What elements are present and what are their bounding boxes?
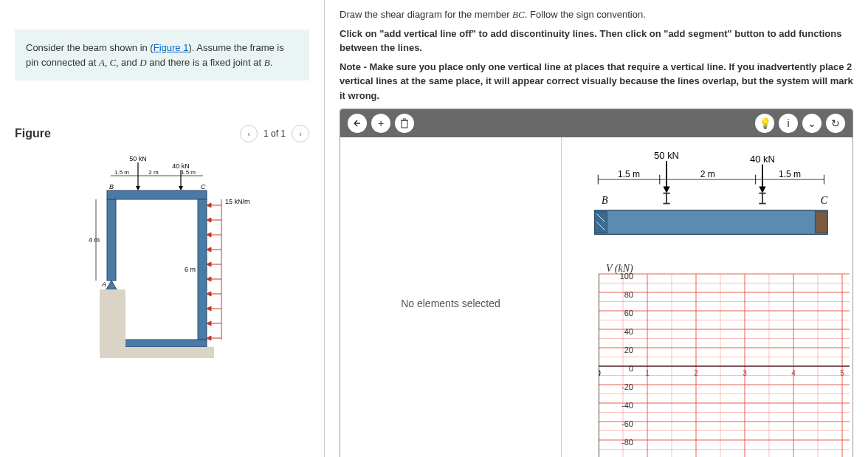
plot-area[interactable]: V (kN) x (m 100 80 60 40 20 0 -20 -40 -6… (599, 263, 852, 457)
svg-text:2: 2 (694, 369, 698, 377)
figure-area: 50 kN 40 kN 1.5 m 2 m 1.5 m B C 4 m 6 m (15, 154, 309, 362)
add-button[interactable]: + (371, 114, 390, 133)
svg-marker-33 (207, 277, 211, 281)
svg-text:B: B (109, 183, 114, 190)
info-button[interactable]: i (779, 114, 798, 133)
figure-header: Figure ‹ 1 of 1 › (15, 125, 309, 142)
graph-panel[interactable]: 50 kN 40 kN 1.5 m 2 m 1.5 m (562, 137, 852, 457)
svg-text:6 m: 6 m (185, 266, 196, 273)
svg-marker-41 (207, 336, 211, 340)
drawing-tool-frame: + 💡 i ⌄ ↻ No elements selected 50 kN 40 … (340, 109, 853, 457)
svg-marker-39 (207, 321, 211, 326)
svg-marker-11 (179, 186, 183, 190)
y-ticks: 100 80 60 40 20 0 -20 -40 -60 -80 (615, 272, 633, 456)
svg-text:5: 5 (840, 369, 844, 377)
instruction-line-3: Note - Make sure you place only one vert… (340, 60, 853, 103)
dropdown-button[interactable]: ⌄ (802, 114, 822, 133)
figure-counter: 1 of 1 (264, 128, 286, 139)
beam-diagram: 50 kN 40 kN 1.5 m 2 m 1.5 m (591, 145, 838, 255)
svg-text:1.5 m: 1.5 m (180, 169, 195, 176)
svg-rect-75 (595, 210, 827, 234)
svg-rect-79 (815, 212, 827, 233)
figure-heading: Figure (15, 127, 51, 140)
svg-marker-27 (207, 233, 211, 237)
prev-figure-button[interactable]: ‹ (240, 125, 258, 142)
toolbar: + 💡 i ⌄ ↻ (340, 109, 852, 137)
svg-text:B: B (602, 195, 608, 206)
instruction-line-1: Draw the shear diagram for the member BC… (340, 7, 853, 22)
svg-marker-35 (207, 292, 211, 296)
svg-text:1.5 m: 1.5 m (779, 169, 801, 179)
svg-marker-9 (136, 186, 140, 190)
problem-statement: Consider the beam shown in (Figure 1). A… (15, 30, 309, 80)
svg-text:4 m: 4 m (89, 236, 100, 244)
instruction-line-2: Click on "add vertical line off" to add … (340, 27, 853, 55)
svg-text:C: C (821, 195, 828, 206)
svg-rect-15 (107, 199, 116, 281)
svg-text:40 kN: 40 kN (750, 154, 775, 165)
svg-rect-46 (100, 289, 125, 348)
svg-marker-31 (207, 262, 211, 267)
svg-text:2 m: 2 m (148, 169, 159, 176)
svg-text:50 kN: 50 kN (129, 155, 147, 162)
right-panel: Draw the shear diagram for the member BC… (325, 0, 868, 457)
svg-marker-44 (106, 281, 117, 289)
svg-rect-48 (402, 120, 407, 128)
svg-text:15 kN/m: 15 kN/m (225, 198, 250, 205)
svg-text:C: C (201, 183, 206, 190)
svg-text:3: 3 (743, 369, 747, 377)
workspace: No elements selected 50 kN 40 kN (340, 137, 852, 457)
figure-link[interactable]: Figure 1 (154, 42, 189, 53)
svg-text:A: A (101, 281, 106, 288)
svg-text:1: 1 (645, 369, 650, 377)
svg-marker-64 (663, 186, 669, 193)
reset-button[interactable]: ↻ (826, 114, 845, 133)
svg-marker-25 (207, 218, 211, 222)
svg-text:4: 4 (791, 369, 796, 377)
selection-panel: No elements selected (340, 137, 562, 457)
selection-message: No elements selected (401, 298, 500, 309)
frame-figure: 50 kN 40 kN 1.5 m 2 m 1.5 m B C 4 m 6 m (74, 154, 280, 360)
figure-nav: ‹ 1 of 1 › (240, 125, 309, 142)
hint-button[interactable]: 💡 (755, 114, 774, 133)
svg-marker-23 (207, 203, 211, 207)
svg-rect-47 (100, 347, 214, 358)
svg-text:1.5 m: 1.5 m (618, 169, 640, 179)
svg-text:2 m: 2 m (700, 169, 715, 179)
svg-marker-29 (207, 247, 211, 252)
next-figure-button[interactable]: › (292, 125, 309, 142)
svg-text:0: 0 (599, 369, 601, 377)
delete-button[interactable] (395, 114, 414, 133)
svg-rect-20 (114, 340, 207, 347)
svg-marker-37 (207, 306, 211, 311)
svg-rect-12 (107, 190, 207, 199)
plot-grid[interactable]: 0 1 2 3 4 5 (599, 263, 850, 457)
svg-rect-76 (595, 212, 607, 233)
svg-rect-18 (198, 199, 207, 340)
svg-marker-66 (759, 186, 765, 193)
svg-text:1.5 m: 1.5 m (114, 169, 128, 176)
undo-button[interactable] (348, 114, 367, 133)
left-panel: Consider the beam shown in (Figure 1). A… (0, 0, 325, 457)
svg-text:50 kN: 50 kN (654, 150, 679, 161)
